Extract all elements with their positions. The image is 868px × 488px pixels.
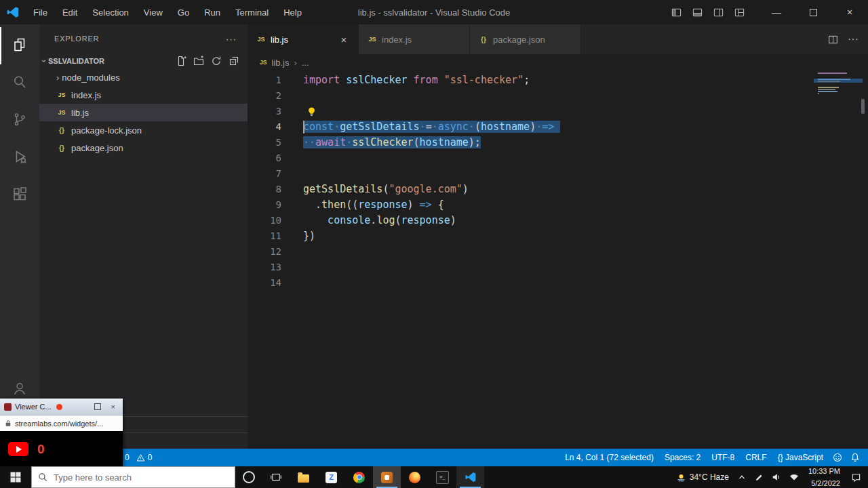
tab-index.js[interactable]: JSindex.js xyxy=(359,24,470,54)
line-content[interactable] xyxy=(281,275,303,291)
search-input[interactable] xyxy=(52,472,229,483)
line-content[interactable] xyxy=(281,104,319,119)
tray-pen-icon[interactable] xyxy=(751,472,768,482)
line-content[interactable]: .then((response) => { xyxy=(281,197,444,213)
editor-more-actions-icon[interactable]: ··· xyxy=(848,33,859,45)
menu-view[interactable]: View xyxy=(136,0,170,24)
taskbar-firefox[interactable] xyxy=(401,466,429,488)
action-center-button[interactable] xyxy=(846,472,868,483)
scrollbar-thumb[interactable] xyxy=(861,99,865,114)
activity-run-and-debug[interactable] xyxy=(0,139,39,176)
taskbar-clock[interactable]: 10:33 PM 5/2/2022 xyxy=(803,467,846,488)
cortana-button[interactable] xyxy=(235,466,262,488)
restore-button[interactable] xyxy=(795,0,831,24)
menu-file[interactable]: File xyxy=(26,0,55,24)
breadcrumb-file[interactable]: lib.js xyxy=(271,58,289,68)
status-encoding[interactable]: UTF-8 xyxy=(706,453,740,462)
tab-bar: JSlib.js×JSindex.js{}package.json ··· xyxy=(248,24,868,54)
taskbar-file-explorer[interactable] xyxy=(290,466,317,488)
menu-help[interactable]: Help xyxy=(276,0,309,24)
file-package.json[interactable]: {}package.json xyxy=(39,139,248,157)
youtube-icon xyxy=(8,442,28,456)
taskbar-streamlabs[interactable] xyxy=(373,466,401,488)
lightbulb-icon[interactable] xyxy=(307,106,319,117)
line-content[interactable]: const·getSslDetails·=·async·(hostname)·=… xyxy=(281,119,560,135)
breadcrumb-symbol[interactable]: ... xyxy=(302,58,309,68)
start-button[interactable] xyxy=(0,466,31,488)
activity-explorer[interactable] xyxy=(0,27,39,64)
file-node_modules[interactable]: ›node_modules xyxy=(39,68,248,86)
menu-terminal[interactable]: Terminal xyxy=(228,0,276,24)
line-content[interactable]: }) xyxy=(281,228,315,244)
task-view-button[interactable] xyxy=(262,466,290,488)
tray-network-icon[interactable] xyxy=(785,472,803,482)
breadcrumb[interactable]: JS lib.js › ... xyxy=(248,54,868,70)
code-editor[interactable]: 1import sslChecker from "ssl-checker";23… xyxy=(248,70,868,449)
minimap[interactable] xyxy=(818,73,857,101)
line-content[interactable] xyxy=(281,260,303,275)
menu-edit[interactable]: Edit xyxy=(55,0,85,24)
status-cursor-position[interactable]: Ln 4, Col 1 (72 selected) xyxy=(559,453,659,462)
new-folder-icon[interactable] xyxy=(193,56,204,66)
taskbar-vscode[interactable] xyxy=(456,466,484,488)
line-content[interactable] xyxy=(281,88,303,104)
status-eol[interactable]: CRLF xyxy=(740,453,772,462)
line-content[interactable]: ··await·sslChecker(hostname); xyxy=(281,135,481,150)
split-editor-icon[interactable] xyxy=(828,35,838,45)
explorer-more-actions-icon[interactable]: ··· xyxy=(226,34,237,44)
code-token: · xyxy=(536,121,542,133)
tray-speaker-icon[interactable] xyxy=(768,472,785,482)
code-token: ·· xyxy=(303,136,315,148)
toggle-secondary-sidebar-icon[interactable] xyxy=(713,7,724,18)
line-content[interactable] xyxy=(281,244,303,260)
code-line-12: 12 xyxy=(248,244,868,260)
overlay-url-bar[interactable]: streamlabs.com/widgets/... xyxy=(0,415,123,431)
taskbar-terminal[interactable]: >_ xyxy=(429,466,456,488)
file-index.js[interactable]: JSindex.js xyxy=(39,86,248,104)
line-content[interactable]: getSslDetails("google.com") xyxy=(281,182,469,197)
tab-lib.js[interactable]: JSlib.js× xyxy=(248,24,359,54)
overlay-maximize-button[interactable] xyxy=(91,403,104,410)
collapse-folders-icon[interactable] xyxy=(229,56,239,66)
js-file-icon: JS xyxy=(256,36,267,43)
feedback-smiley-icon[interactable] xyxy=(829,453,846,462)
overlay-close-button[interactable]: × xyxy=(108,403,119,411)
line-content[interactable]: console.log(response) xyxy=(281,213,456,228)
code-line-1: 1import sslChecker from "ssl-checker"; xyxy=(248,73,868,88)
minimize-button[interactable]: — xyxy=(758,0,795,24)
code-token: sslChecker xyxy=(346,74,413,86)
menu-go[interactable]: Go xyxy=(170,0,197,24)
close-button[interactable]: × xyxy=(831,0,868,24)
activity-extensions[interactable] xyxy=(0,176,39,214)
status-indentation[interactable]: Spaces: 2 xyxy=(659,453,706,462)
menu-selection[interactable]: Selection xyxy=(85,0,136,24)
customize-layout-icon[interactable] xyxy=(734,7,745,18)
activity-source-control[interactable] xyxy=(0,102,39,139)
line-content[interactable]: import sslChecker from "ssl-checker"; xyxy=(281,73,530,88)
folder-section-header[interactable]: › SSLVALIDATOR xyxy=(39,53,248,68)
notifications-bell-icon[interactable] xyxy=(846,453,864,462)
activity-search[interactable] xyxy=(0,64,39,102)
refresh-explorer-icon[interactable] xyxy=(211,56,222,66)
taskbar-search[interactable] xyxy=(31,466,235,488)
file-package-lock.json[interactable]: {}package-lock.json xyxy=(39,121,248,139)
close-tab-icon[interactable]: × xyxy=(338,34,350,45)
line-content[interactable] xyxy=(281,150,303,166)
file-lib.js[interactable]: JSlib.js xyxy=(39,104,248,121)
weather-widget[interactable]: 34°C Haze xyxy=(672,472,733,483)
new-file-icon[interactable] xyxy=(176,56,186,66)
viewer-count: 0 xyxy=(37,442,45,457)
tray-chevron-up-icon[interactable] xyxy=(733,472,751,482)
line-number: 7 xyxy=(248,166,281,182)
toggle-panel-icon[interactable] xyxy=(692,7,703,18)
file-tree: ›node_modulesJSindex.jsJSlib.js{}package… xyxy=(39,68,248,157)
status-language-mode[interactable]: {} JavaScript xyxy=(772,453,829,462)
taskbar-chrome[interactable] xyxy=(345,466,373,488)
menu-run[interactable]: Run xyxy=(197,0,228,24)
taskbar-z-app[interactable]: Z xyxy=(317,466,345,488)
toggle-primary-sidebar-icon[interactable] xyxy=(671,7,682,18)
tab-package.json[interactable]: {}package.json xyxy=(470,24,581,54)
line-content[interactable] xyxy=(281,166,303,182)
status-right: Ln 4, Col 1 (72 selected)Spaces: 2UTF-8C… xyxy=(559,453,868,462)
overlay-title-bar[interactable]: Viewer C... × xyxy=(0,399,123,415)
